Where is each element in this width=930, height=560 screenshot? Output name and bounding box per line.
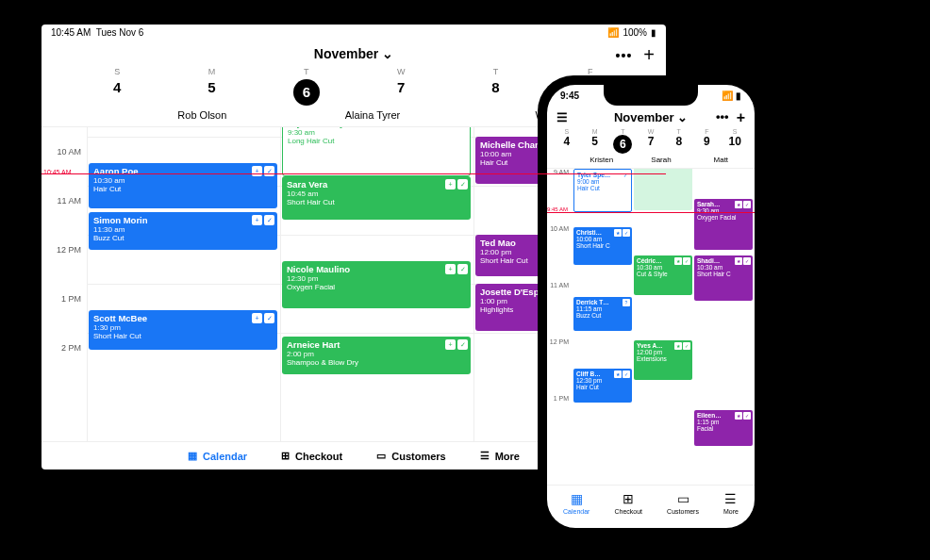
day-5[interactable]: M5	[581, 128, 609, 154]
more-icon[interactable]: •••	[616, 48, 633, 63]
appointment[interactable]: ★✓Cédric…10:30 amCut & Style	[634, 255, 692, 295]
hour-label: 11 AM	[547, 282, 569, 338]
add-icon[interactable]: +	[737, 109, 745, 126]
cal-icon: ▦	[571, 491, 583, 506]
grid-icon: ⊞	[623, 491, 634, 506]
appointment[interactable]: +✓Arneice Hart2:00 pmShampoo & Blow Dry	[282, 337, 471, 374]
appointment-badge-icon: +	[252, 166, 262, 176]
appointment-badge-icon: ✓	[264, 313, 274, 323]
appointment-badge-icon: +	[252, 313, 262, 323]
staff-header[interactable]: Alaina Tyrer	[288, 109, 458, 121]
day-9[interactable]: F9	[693, 128, 722, 154]
hour-label: 12 PM	[42, 225, 81, 274]
appointment-badge-icon: ✓	[683, 257, 690, 265]
nav-more[interactable]: ☰More	[480, 450, 520, 462]
hour-label: 9 AM	[547, 169, 569, 225]
day-7[interactable]: W7	[637, 128, 665, 154]
hour-label: 10 AM	[547, 225, 569, 282]
staff-header[interactable]: Kristen	[572, 156, 631, 164]
appointment-badge-icon: ★	[735, 201, 742, 208]
appointment-badge-icon: +	[252, 215, 262, 225]
nav-more[interactable]: ☰More	[723, 491, 739, 515]
appointment[interactable]: ★✓Yves A…12:00 pmExtensions	[634, 340, 692, 380]
status-icons: 📶 ▮	[722, 91, 741, 101]
current-time-indicator	[42, 173, 666, 174]
appointment[interactable]: ?Derrick T…11:15 amBuzz Cut	[573, 297, 632, 331]
cal-icon: ▦	[188, 450, 197, 462]
appointment-badge-icon: ✓	[743, 201, 751, 208]
appointment-badge-icon: +	[445, 339, 456, 350]
battery-percent: 100%	[623, 27, 647, 38]
card-icon: ▭	[376, 450, 386, 462]
staff-header[interactable]: Matt	[691, 156, 751, 164]
status-time: 9:45	[560, 91, 579, 101]
grid-icon: ⊞	[281, 450, 290, 462]
card-icon: ▭	[677, 491, 689, 506]
appointment-badge-icon: ?	[623, 299, 630, 306]
more-icon[interactable]: •••	[716, 109, 729, 126]
nav-checkout[interactable]: ⊞Checkout	[614, 491, 642, 515]
appointment-badge-icon: ✓	[264, 166, 274, 176]
appointment[interactable]: ★✓Sarah…9:30 amOxygen Facial	[694, 199, 753, 250]
appointment-badge-icon: +	[445, 264, 456, 274]
appointment[interactable]: +✓Sara Vera10:45 amShort Hair Cut	[282, 176, 471, 220]
nav-customers[interactable]: ▭Customers	[667, 491, 699, 515]
day-4[interactable]: S4	[70, 67, 164, 106]
staff-header[interactable]: Rob Olson	[117, 109, 288, 121]
appointment-badge-icon: ★	[735, 257, 742, 265]
appointment-badge-icon: ★	[735, 412, 742, 420]
appointment[interactable]: +✓Scott McBee1:30 pmShort Hair Cut	[89, 310, 277, 350]
month-picker[interactable]: November ⌄	[314, 46, 393, 61]
appointment[interactable]: ✓Tyler Spe…9:00 amHair Cut	[573, 169, 632, 212]
nav-checkout[interactable]: ⊞Checkout	[281, 450, 342, 462]
iphone-calendar-grid[interactable]: 9 AM10 AM11 AM12 PM1 PM 9:45 AM✓Tyler Sp…	[547, 169, 755, 485]
appointment-badge-icon: ✓	[743, 412, 751, 420]
hour-label: 1 PM	[547, 395, 569, 452]
hamburger-icon[interactable]: ☰	[556, 110, 568, 124]
appointment[interactable]: ★✓Cliff B…12:30 pmHair Cut	[573, 369, 632, 403]
appointment[interactable]: +✓Simon Morin11:30 amBuzz Cut	[89, 212, 277, 250]
wifi-icon: 📶	[607, 27, 619, 38]
staff-header[interactable]: Sarah	[631, 156, 690, 164]
month-picker[interactable]: November ⌄	[614, 110, 688, 124]
current-time-indicator	[547, 212, 755, 213]
iphone-screen: 9:45 📶 ▮ ☰ November ⌄ ••• + S4M5T6W7T8F9…	[547, 85, 755, 528]
ipad-status-bar: 10:45 AM Tues Nov 6 📶 100% ▮	[42, 25, 666, 41]
appointment-badge-icon: ✓	[743, 257, 751, 265]
appointment-badge-icon: ★	[674, 342, 682, 350]
iphone-bottom-nav: ▦Calendar⊞Checkout▭Customers☰More	[547, 485, 755, 528]
hour-label: 11 AM	[42, 176, 81, 225]
day-10[interactable]: S10	[721, 128, 749, 154]
day-5[interactable]: M5	[164, 67, 258, 106]
appointment-badge-icon: ✓	[623, 371, 630, 378]
day-4[interactable]: S4	[553, 128, 581, 154]
ipad-header: November ⌄ ••• +	[42, 41, 666, 67]
iphone-device: 9:45 📶 ▮ ☰ November ⌄ ••• + S4M5T6W7T8F9…	[538, 75, 764, 537]
hour-label: 12 PM	[547, 338, 569, 395]
iphone-days-row: S4M5T6W7T8F9S10	[547, 128, 755, 154]
appointment-badge-icon: ✓	[623, 229, 630, 237]
appointment-badge-icon: +	[445, 179, 456, 189]
add-icon[interactable]: +	[643, 44, 655, 66]
appointment-badge-icon: ✓	[683, 342, 690, 350]
appointment[interactable]: +✓Nicole Maulino12:30 pmOxygen Facial	[282, 261, 471, 308]
day-7[interactable]: W7	[354, 67, 448, 106]
chevron-down-icon: ⌄	[382, 46, 393, 61]
appointment[interactable]: ★✓Christi…10:00 amShort Hair C	[573, 227, 632, 265]
day-8[interactable]: T8	[665, 128, 693, 154]
appointment[interactable]: ★✓Eileen…1:15 pmFacial	[694, 410, 753, 446]
day-6[interactable]: T6	[259, 67, 354, 106]
nav-customers[interactable]: ▭Customers	[376, 450, 445, 462]
nav-calendar[interactable]: ▦Calendar	[563, 491, 590, 515]
nav-calendar[interactable]: ▦Calendar	[188, 450, 247, 462]
appointment[interactable]: +✓Aaron Poe10:30 amHair Cut	[89, 163, 277, 208]
menu-icon: ☰	[724, 491, 737, 506]
hour-label: 2 PM	[42, 323, 81, 372]
day-6[interactable]: T6	[608, 128, 637, 154]
appointment[interactable]: ★✓Shadi…10:30 amShort Hair C	[694, 255, 753, 301]
appointment[interactable]: Alyssa Henry9:30 amLong Hair Cut	[282, 127, 471, 176]
day-8[interactable]: T8	[448, 67, 542, 106]
appointment-badge-icon: ★	[614, 371, 622, 378]
appointment-badge-icon: ★	[674, 257, 682, 265]
appointment[interactable]	[634, 169, 692, 210]
